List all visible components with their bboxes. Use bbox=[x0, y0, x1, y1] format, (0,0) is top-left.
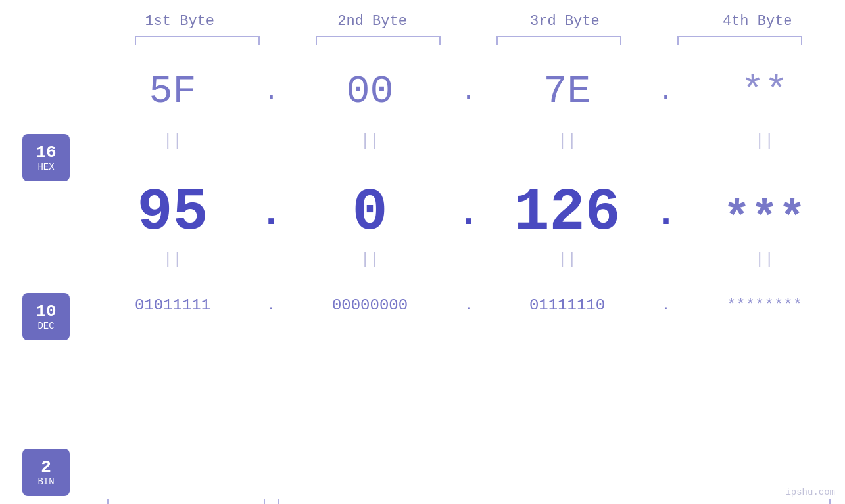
hex-dot-3: . bbox=[650, 77, 683, 106]
top-bracket-2 bbox=[316, 36, 441, 45]
bin-badge: 2 BIN bbox=[22, 449, 70, 496]
hex-dot-1: . bbox=[255, 77, 288, 106]
watermark: ipshu.com bbox=[785, 487, 835, 497]
dec-byte-4: *** bbox=[699, 196, 831, 242]
dec-label: DEC bbox=[37, 321, 54, 331]
dec-values-row: 95 . 0 . 126 . *** bbox=[92, 157, 845, 242]
bin-dot-1: . bbox=[255, 296, 288, 314]
byte-header-1: 1st Byte bbox=[114, 13, 245, 30]
rows-with-labels: 16 HEX 10 DEC 2 BIN 5F bbox=[0, 58, 845, 496]
hex-byte-1: 5F bbox=[107, 69, 239, 114]
bin-dot-3: . bbox=[650, 296, 683, 314]
hex-byte-2: 00 bbox=[304, 69, 436, 114]
bin-label: BIN bbox=[37, 476, 54, 487]
labels-column: 16 HEX 10 DEC 2 BIN bbox=[0, 58, 92, 496]
byte-headers-row: 1st Byte 2nd Byte 3rd Byte 4th Byte bbox=[107, 13, 831, 30]
bin-values-row: 01011111 . 00000000 . 01111110 . bbox=[92, 275, 845, 334]
dec-byte-2: 0 bbox=[304, 183, 436, 242]
hex-byte-3: 7E bbox=[502, 69, 633, 114]
bottom-label-section: Network ID Host ID bbox=[107, 499, 831, 504]
hex-values-row: 5F . 00 . 7E . ** bbox=[92, 58, 845, 124]
hex-badge: 16 HEX bbox=[22, 134, 70, 181]
dec-dot-1: . bbox=[255, 191, 288, 242]
dec-byte-1: 95 bbox=[107, 183, 239, 242]
dec-badge: 10 DEC bbox=[22, 293, 70, 340]
eq-row-2: || || || || bbox=[92, 242, 845, 275]
eq-row-1: || || || || bbox=[92, 124, 845, 157]
dec-dot-3: . bbox=[650, 191, 683, 242]
bin-byte-4: ******** bbox=[699, 296, 831, 314]
hex-number: 16 bbox=[36, 143, 56, 162]
main-container: 1st Byte 2nd Byte 3rd Byte 4th Byte 16 H… bbox=[0, 0, 845, 504]
bottom-brackets-row bbox=[107, 499, 831, 504]
top-bracket-4 bbox=[677, 36, 802, 45]
hex-dot-2: . bbox=[452, 77, 485, 106]
byte-header-3: 3rd Byte bbox=[499, 13, 631, 30]
top-brackets bbox=[107, 36, 831, 45]
bracket-network-id bbox=[107, 499, 265, 504]
bin-number: 2 bbox=[41, 458, 51, 477]
byte-header-2: 2nd Byte bbox=[306, 13, 438, 30]
dec-byte-3: 126 bbox=[502, 183, 633, 242]
bin-byte-3: 01111110 bbox=[502, 296, 633, 314]
bracket-host-id bbox=[278, 499, 831, 504]
hex-label: HEX bbox=[37, 162, 54, 172]
bin-byte-2: 00000000 bbox=[304, 296, 436, 314]
hex-byte-4: ** bbox=[699, 69, 831, 114]
top-bracket-3 bbox=[496, 36, 621, 45]
byte-header-4: 4th Byte bbox=[692, 13, 823, 30]
dec-number: 10 bbox=[36, 302, 56, 321]
values-column: 5F . 00 . 7E . ** bbox=[92, 58, 845, 496]
dec-dot-2: . bbox=[452, 191, 485, 242]
bin-byte-1: 01011111 bbox=[107, 296, 239, 314]
top-bracket-1 bbox=[135, 36, 260, 45]
bin-dot-2: . bbox=[452, 296, 485, 314]
